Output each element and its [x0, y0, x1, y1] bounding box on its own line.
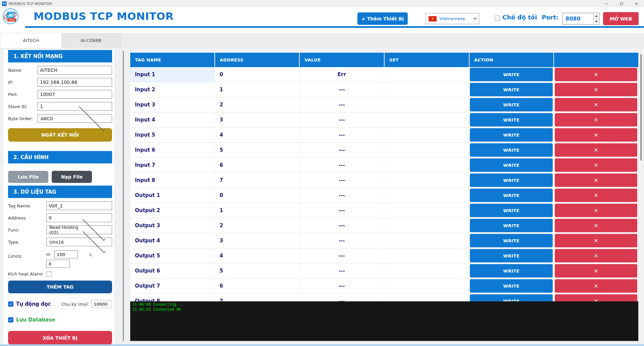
set-cell[interactable]	[384, 128, 469, 142]
scrollbar-thumb[interactable]	[640, 54, 642, 160]
save-file-button[interactable]: Lưu File	[8, 171, 48, 183]
tag-name-cell[interactable]: Input 5	[130, 128, 215, 142]
tab-ai-co688[interactable]: AI-CO688	[62, 33, 120, 48]
address-cell[interactable]: 2	[215, 97, 299, 112]
limit-high-input[interactable]	[54, 250, 78, 258]
write-button[interactable]: WRITE	[470, 83, 552, 96]
set-cell[interactable]	[384, 218, 469, 233]
set-cell[interactable]	[384, 67, 469, 82]
add-tag-button[interactable]: THÊM TAG	[8, 281, 112, 293]
address-cell[interactable]: 2	[215, 218, 299, 233]
maximize-button[interactable]	[614, 0, 629, 7]
delete-row-button[interactable]: ✕	[555, 219, 637, 232]
alarm-checkbox[interactable]	[46, 271, 52, 277]
write-button[interactable]: WRITE	[470, 189, 552, 202]
delete-row-button[interactable]: ✕	[555, 279, 637, 293]
write-button[interactable]: WRITE	[470, 143, 552, 157]
delete-row-button[interactable]: ✕	[555, 143, 637, 157]
set-cell[interactable]	[384, 143, 469, 157]
delete-row-button[interactable]: ✕	[555, 174, 637, 187]
set-cell[interactable]	[384, 248, 469, 263]
dark-mode-checkbox[interactable]	[495, 15, 500, 21]
write-button[interactable]: WRITE	[470, 249, 552, 262]
auto-read-checkbox[interactable]: ✓	[8, 301, 13, 307]
byte-order-select[interactable]: ABCD	[38, 114, 112, 123]
address-cell[interactable]: 4	[215, 248, 299, 263]
address-cell[interactable]: 3	[215, 233, 299, 248]
tag-name-cell[interactable]: Input 2	[130, 82, 215, 97]
func-select[interactable]: Read Holding (03)	[46, 226, 112, 234]
write-button[interactable]: WRITE	[470, 219, 552, 232]
write-button[interactable]: WRITE	[470, 204, 552, 217]
delete-row-button[interactable]: ✕	[555, 249, 637, 262]
write-button[interactable]: WRITE	[470, 68, 552, 81]
port-increment-button[interactable]	[594, 13, 599, 18]
delete-row-button[interactable]: ✕	[555, 234, 637, 247]
set-cell[interactable]	[384, 233, 469, 248]
set-cell[interactable]	[384, 263, 469, 278]
delete-row-button[interactable]: ✕	[555, 113, 637, 127]
address-input[interactable]	[46, 213, 112, 222]
tag-name-cell[interactable]: Input 3	[130, 97, 215, 112]
delete-row-button[interactable]: ✕	[555, 189, 637, 202]
delete-row-button[interactable]: ✕	[555, 158, 637, 172]
name-input[interactable]	[38, 66, 112, 75]
address-cell[interactable]: 5	[215, 143, 299, 157]
delete-row-button[interactable]: ✕	[555, 68, 637, 81]
write-button[interactable]: WRITE	[470, 174, 552, 187]
write-button[interactable]: WRITE	[470, 98, 552, 111]
tag-name-cell[interactable]: Output 2	[130, 203, 215, 218]
address-cell[interactable]: 6	[215, 279, 299, 293]
set-cell[interactable]	[384, 158, 469, 172]
set-cell[interactable]	[384, 188, 469, 203]
slave-id-input[interactable]	[38, 102, 112, 111]
disconnect-button[interactable]: NGẮT KẾT NỐI	[8, 128, 112, 142]
set-cell[interactable]	[384, 203, 469, 218]
write-button[interactable]: WRITE	[470, 279, 552, 293]
set-cell[interactable]	[384, 82, 469, 97]
address-cell[interactable]: 3	[215, 112, 299, 127]
tag-name-cell[interactable]: Input 1	[130, 67, 215, 82]
tag-name-cell[interactable]: Output 1	[130, 188, 215, 203]
delete-row-button[interactable]: ✕	[555, 128, 637, 142]
delete-device-button[interactable]: XÓA THIẾT BỊ	[8, 331, 112, 345]
add-device-button[interactable]: + Thêm Thiết Bị	[357, 12, 408, 25]
address-cell[interactable]: 1	[215, 203, 299, 218]
delete-row-button[interactable]: ✕	[555, 264, 637, 278]
tag-name-input[interactable]	[46, 201, 112, 210]
tag-name-cell[interactable]: Input 7	[130, 158, 215, 172]
write-button[interactable]: WRITE	[470, 128, 552, 142]
write-button[interactable]: WRITE	[470, 158, 552, 172]
close-button[interactable]: ✕	[629, 0, 644, 7]
address-cell[interactable]: 4	[215, 128, 299, 142]
save-database-checkbox[interactable]: ✓	[8, 317, 13, 323]
device-port-input[interactable]	[38, 90, 112, 99]
language-select[interactable]: ★ Vietnamese	[426, 13, 479, 24]
tag-name-cell[interactable]: Output 7	[130, 279, 215, 293]
delete-row-button[interactable]: ✕	[555, 83, 637, 96]
table-scrollbar[interactable]	[638, 53, 643, 341]
address-cell[interactable]: 7	[215, 173, 299, 188]
tag-name-cell[interactable]: Input 8	[130, 173, 215, 188]
panel-splitter[interactable]	[123, 51, 124, 341]
tag-name-cell[interactable]: Output 5	[130, 248, 215, 263]
tag-name-cell[interactable]: Input 6	[130, 143, 215, 157]
write-button[interactable]: WRITE	[470, 234, 552, 247]
set-cell[interactable]	[384, 173, 469, 188]
tag-name-cell[interactable]: Output 6	[130, 263, 215, 278]
minimize-button[interactable]	[599, 0, 614, 7]
ip-input[interactable]	[38, 78, 112, 87]
delete-row-button[interactable]: ✕	[555, 98, 637, 111]
set-cell[interactable]	[384, 279, 469, 293]
address-cell[interactable]: 0	[215, 67, 299, 82]
set-cell[interactable]	[384, 112, 469, 127]
load-file-button[interactable]: Nạp File	[52, 171, 92, 183]
write-button[interactable]: WRITE	[470, 264, 552, 278]
address-cell[interactable]: 0	[215, 188, 299, 203]
delete-row-button[interactable]: ✕	[555, 204, 637, 217]
write-button[interactable]: WRITE	[470, 113, 552, 127]
set-cell[interactable]	[384, 97, 469, 112]
tag-name-cell[interactable]: Input 4	[130, 112, 215, 127]
tab-aitech[interactable]: AITECH	[0, 33, 62, 48]
address-cell[interactable]: 1	[215, 82, 299, 97]
